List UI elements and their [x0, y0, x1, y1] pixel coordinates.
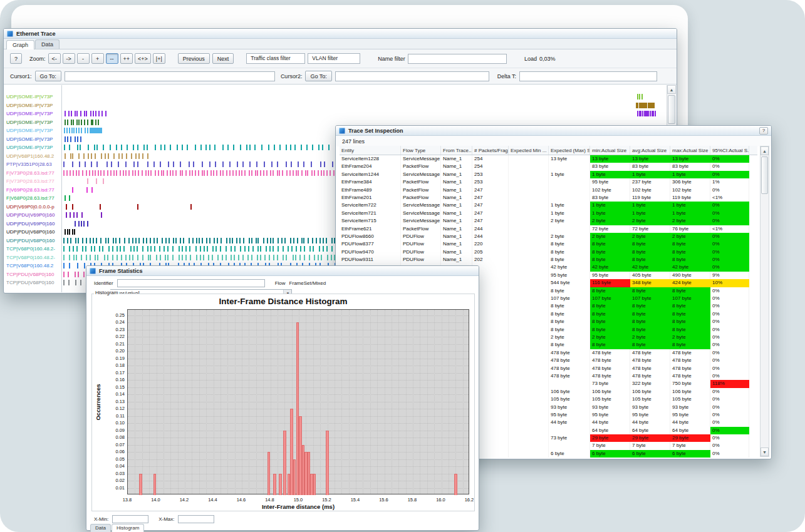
tab-data[interactable]: Data	[35, 39, 60, 49]
column-header[interactable]: Expected (Max) Size	[549, 146, 590, 155]
trace-row-label[interactable]: TCP|PDU|V68P0|160	[4, 279, 61, 287]
column-header[interactable]: Expected Min ...	[509, 146, 549, 155]
help-button[interactable]: ?	[10, 53, 22, 64]
trace-row-label[interactable]: F|V73P0|28.63.isd:77	[4, 177, 61, 186]
previous-button[interactable]: Previous	[178, 53, 210, 64]
table-row[interactable]: ServiceItem715ServiceMessageName_12472 b…	[340, 217, 757, 225]
traffic-class-filter[interactable]: Traffic class filter	[246, 53, 305, 64]
histogram-bar	[283, 431, 286, 496]
table-row[interactable]: EthFrame201PacketFlowName_124783 byte119…	[340, 194, 757, 202]
vlan-filter[interactable]: VLAN filter	[308, 53, 360, 64]
identifier-input[interactable]	[117, 279, 265, 287]
trace-mark	[323, 246, 324, 252]
column-header[interactable]: max:Actual Size	[670, 146, 710, 155]
table-cell: 8 byte	[590, 318, 630, 325]
table-cell	[509, 326, 549, 334]
x-min-input[interactable]	[112, 515, 148, 523]
table-cell	[509, 357, 549, 364]
table-row[interactable]: EthFrame489PacketFlowName_1247102 byte10…	[340, 187, 757, 194]
trace-mark	[293, 238, 294, 243]
trace-mark	[86, 111, 87, 116]
table-row[interactable]: PDUFlow9470PDUFlowName_12058 byte8 byte8…	[340, 248, 757, 256]
trace-row-label[interactable]: UDP|SOME-IP|V73P	[4, 93, 61, 101]
zoom-button-6[interactable]: <+>	[135, 53, 151, 64]
column-header[interactable]: 95%CI:Actual S...	[710, 146, 749, 155]
trace-mark	[316, 238, 317, 243]
table-cell: 8 byte	[549, 287, 590, 295]
scrollbar-thumb[interactable]	[668, 95, 675, 124]
zoom-button-5[interactable]: ++	[120, 53, 133, 64]
frame-statistics-titlebar[interactable]: Frame Statistics	[86, 266, 479, 276]
table-row[interactable]: PDUFlow8377PDUFlowName_12208 byte8 byte8…	[340, 240, 757, 248]
trace-mark	[286, 161, 287, 167]
inspection-titlebar[interactable]: Trace Set Inspection ?	[336, 126, 771, 136]
trace-row-label[interactable]: UDP|SOME-IP|V73P	[4, 135, 61, 144]
scroll-up-icon[interactable]: ▲	[761, 146, 769, 155]
table-row[interactable]: EthFrame621PacketFlowName_124472 byte72 …	[340, 225, 757, 233]
table-row[interactable]: EthFrame204PacketFlowName_125483 byte83 …	[340, 163, 757, 170]
x-max-input[interactable]	[178, 515, 214, 523]
help-button[interactable]: ?	[759, 127, 768, 135]
trace-row-label[interactable]: UDP|PDU|V68P0|160	[4, 237, 61, 245]
trace-row-label[interactable]: TCP|V68P0|160.48.2-	[4, 245, 61, 253]
trace-row-label[interactable]: F|V73P0|28.63.isd:77	[4, 169, 61, 178]
inspection-vertical-scrollbar[interactable]: ▲ ▼	[760, 146, 769, 457]
table-row[interactable]: ServiceItem721ServiceMessageName_12471 b…	[340, 210, 757, 217]
scroll-up-icon[interactable]: ▲	[667, 85, 676, 94]
zoom-button-7[interactable]: |+|	[153, 53, 165, 64]
zoom-button-1[interactable]: ->	[63, 53, 75, 64]
zoom-button-0[interactable]: <-	[48, 53, 61, 64]
scroll-down-icon[interactable]: ▼	[761, 448, 769, 456]
table-cell: 478 byte	[670, 349, 710, 357]
trace-row-label[interactable]: UDP|V68P1|160.48.2	[4, 152, 61, 161]
table-row[interactable]: ServiceItem1244ServiceMessageName_12531 …	[340, 171, 757, 178]
zoom-button-2[interactable]: -	[77, 53, 90, 64]
cursor1-input[interactable]	[65, 71, 275, 81]
cursor2-goto-button[interactable]: Go To:	[305, 71, 331, 81]
trace-row-label[interactable]: PTP|V3351P0|28.63	[4, 160, 61, 169]
trace-row-label[interactable]: UDP|SOME-IP|V73P	[4, 143, 61, 152]
column-header[interactable]: min:Actual Size	[590, 146, 630, 155]
trace-row-label[interactable]: UDP|SOME-IP|V73P	[4, 118, 61, 127]
trace-mark	[175, 238, 177, 243]
column-header[interactable]: Entity	[340, 146, 401, 155]
tab-histogram[interactable]: Histogram	[112, 524, 144, 532]
trace-row-label[interactable]: UDP|PDU|V69P0|160	[4, 211, 61, 220]
trace-row-label[interactable]: UDP|PDU|V68P0|160	[4, 228, 61, 237]
column-header[interactable]: Flow Type	[401, 146, 441, 155]
trace-row-label[interactable]: UDP|SOME-IP|V73P	[4, 110, 61, 118]
trace-row-label[interactable]: F|V68P0|28.63.isd:77	[4, 194, 61, 203]
tab-data[interactable]: Data	[90, 524, 111, 532]
trace-mark	[95, 255, 96, 260]
trace-row-label[interactable]: UDP|SOME-IP|V73P	[4, 126, 61, 135]
trace-row-label[interactable]: UDP|V69P0|0.0.0.0-p	[4, 203, 61, 212]
next-button[interactable]: Next	[212, 53, 234, 64]
delta-t-input[interactable]	[519, 71, 657, 81]
column-header[interactable]: # Packets/Frag...	[472, 146, 509, 155]
table-row[interactable]: EthFrame384PacketFlowName_125395 byte237…	[340, 178, 757, 186]
table-row[interactable]: ServiceItem1228ServiceMessageName_125413…	[340, 155, 757, 163]
table-row[interactable]: ServiceItem722ServiceMessageName_12471 b…	[340, 202, 757, 209]
column-header[interactable]: From Trace...	[441, 146, 472, 155]
trace-mark	[102, 246, 103, 252]
trace-row-label[interactable]: TCP|V68P0|160.48.2	[4, 262, 61, 270]
trace-row-label[interactable]: UDP|SOME-IP|V73P	[4, 101, 61, 110]
cursor2-input[interactable]	[335, 71, 489, 81]
zoom-button-4[interactable]: --	[106, 53, 118, 64]
table-cell: 93 byte	[590, 404, 630, 411]
name-filter-input[interactable]	[408, 54, 507, 64]
cursor1-goto-button[interactable]: Go To:	[35, 71, 61, 81]
table-cell: 9%	[710, 272, 749, 279]
trace-row-label[interactable]: TCP|PDU|V68P0|160	[4, 270, 61, 279]
histogram-plot-area[interactable]	[127, 309, 469, 494]
table-row[interactable]: PDUFlow8660PDUFlowName_12442 byte2 byte2…	[340, 233, 757, 240]
trace-row-label[interactable]: F|V69P0|28.63.isd:77	[4, 186, 61, 195]
column-header[interactable]: avg:Actual Size	[630, 146, 670, 155]
scrollbar-thumb[interactable]	[761, 156, 768, 194]
trace-row-label[interactable]: TCP|V68P0|160.48.2-	[4, 253, 61, 262]
table-row[interactable]: PDUFlow9311PDUFlowName_12028 byte8 byte8…	[340, 256, 757, 263]
tab-graph[interactable]: Graph	[6, 40, 34, 49]
trace-row-label[interactable]: UDP|PDU|V69P0|160	[4, 220, 61, 228]
zoom-button-3[interactable]: +	[91, 53, 104, 64]
ethernet-titlebar[interactable]: Ethernet Trace	[4, 29, 677, 39]
